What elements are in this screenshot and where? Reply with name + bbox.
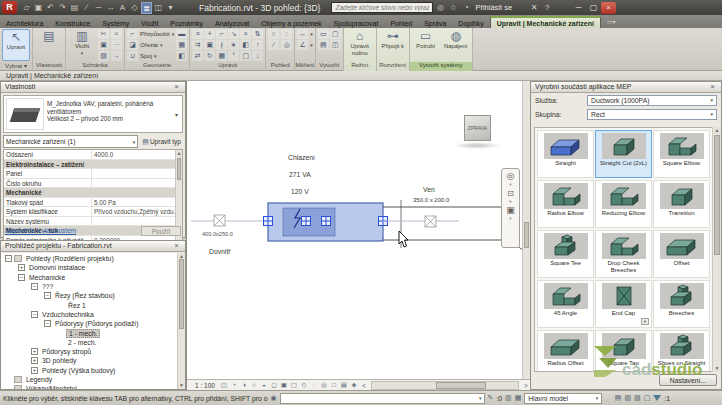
editable-only-icon[interactable]: ▧: [624, 394, 631, 402]
paint-icon[interactable]: ◧: [176, 51, 187, 61]
open-icon[interactable]: ▱: [21, 2, 32, 14]
scroll-left-icon[interactable]: <: [359, 382, 369, 389]
swap-icon[interactable]: ⇅: [252, 29, 263, 39]
tree-item[interactable]: +Půdorysy stropů: [1, 347, 177, 356]
favorites-icon[interactable]: ☆: [447, 3, 459, 12]
reveal-hidden-icon[interactable]: ◌: [309, 381, 319, 389]
detail-level-icon[interactable]: ◫: [219, 381, 229, 389]
close-button[interactable]: ×: [601, 2, 616, 14]
group-combo[interactable]: Rect ▾: [587, 109, 717, 120]
tree-item[interactable]: −Pohledy (Rozdělení projektu): [1, 254, 177, 263]
tab-spr-va[interactable]: Správa: [418, 18, 452, 28]
arrow-icon[interactable]: →: [111, 51, 122, 61]
move-icon[interactable]: +: [204, 29, 215, 39]
property-value[interactable]: [92, 179, 182, 188]
line-icon[interactable]: ─: [93, 2, 104, 14]
main-model-combo[interactable]: Hlavní model ▾: [524, 393, 602, 404]
properties-close-icon[interactable]: ×: [172, 83, 181, 91]
orbit-caret-icon[interactable]: ▾: [509, 217, 511, 221]
tab-architektura[interactable]: Architektura: [0, 18, 49, 28]
design-option-combo[interactable]: ▾: [280, 393, 485, 404]
spoj-button[interactable]: ∪Spoj▾: [127, 51, 174, 61]
group-icon[interactable]: ▢: [330, 29, 341, 39]
part-end-cap[interactable]: End Cap▾: [595, 280, 652, 328]
hide-isolate-icon[interactable]: ◇: [299, 381, 309, 389]
restore-button[interactable]: ▢: [586, 2, 601, 14]
beam-icon[interactable]: ▬: [176, 29, 187, 39]
up-icon[interactable]: ↑: [252, 40, 263, 50]
drawing-area[interactable]: Chlazení 271 VA 120 V Ven 350.0 x 200.0 …: [186, 81, 530, 390]
part-square-elbow[interactable]: Square Elbow: [653, 130, 710, 178]
legend2-icon[interactable]: ▤: [318, 40, 329, 50]
array-icon[interactable]: ▦: [216, 51, 227, 61]
rotate-icon[interactable]: ↻: [204, 51, 215, 61]
tree-item[interactable]: 2 - mech.: [1, 338, 177, 347]
show-crop-icon[interactable]: ▣: [279, 381, 289, 389]
modify-icon[interactable]: ∕: [81, 2, 92, 14]
p-izp-sobit-button[interactable]: ⌐Přizpůsobit▾: [127, 29, 174, 39]
tree-toggle-icon[interactable]: +: [18, 264, 25, 271]
search-icon[interactable]: ◎: [434, 3, 446, 12]
help-icon[interactable]: ?: [541, 3, 553, 12]
tree-toggle-icon[interactable]: +: [31, 367, 38, 374]
tree-toggle-icon[interactable]: −: [5, 255, 12, 262]
element-filter-combo[interactable]: Mechanické zařízení (1) ▾: [3, 135, 138, 148]
tree-item[interactable]: Řez 1: [1, 300, 177, 309]
visual-style-icon[interactable]: ◔: [229, 381, 239, 389]
measure-button[interactable]: ↔▾: [297, 29, 313, 39]
group2-icon[interactable]: ▢: [240, 51, 251, 61]
tab-analyzovat[interactable]: Analyzovat: [209, 18, 255, 28]
navigation-wheel-caret-icon[interactable]: ▾: [509, 183, 511, 187]
edit-type-button[interactable]: ▤ Upravit typ: [140, 135, 183, 148]
property-value[interactable]: 5.00 Pa: [92, 198, 182, 207]
tree-toggle-icon[interactable]: +: [31, 357, 38, 364]
panel-label-vlastnosti[interactable]: Vlastnosti: [33, 62, 65, 71]
offset-copy-icon[interactable]: ⇉: [192, 40, 203, 50]
split-icon[interactable]: ∤: [216, 40, 227, 50]
print-icon[interactable]: ▤: [69, 2, 80, 14]
worksharing-icon[interactable]: ◈: [349, 381, 359, 389]
undo-icon[interactable]: ↶: [45, 2, 56, 14]
ribbon-collapse-icon[interactable]: ▭▾: [607, 18, 616, 25]
part-expander-icon[interactable]: ▾: [641, 318, 649, 325]
displacement-icon[interactable]: □: [329, 381, 339, 389]
sign-in-button[interactable]: Přihlásit se: [473, 3, 514, 12]
scroll-right-icon[interactable]: >: [521, 382, 530, 389]
scissors-icon[interactable]: ✂: [98, 29, 109, 39]
upravit-rodinu-button[interactable]: ⌂Upravit rodinu: [346, 29, 374, 61]
part-straight-cut-2xl-[interactable]: Straight Cut (2xL): [595, 130, 652, 178]
panel-label-geometrie[interactable]: Geometrie: [125, 62, 189, 71]
bulb-icon[interactable]: ○: [268, 29, 279, 39]
type-selector[interactable]: M_Jednotka VAV, paralelní, poháněná vent…: [3, 95, 183, 133]
part-shoes-on-straight[interactable]: Shoes on Straight: [653, 330, 710, 372]
panel-label-re-im[interactable]: Režim: [344, 62, 376, 71]
crop-view-icon[interactable]: ◻: [269, 381, 279, 389]
properties-help-link[interactable]: Nápověda k vlastnostem: [5, 227, 76, 234]
lock-3d-icon[interactable]: ▢: [289, 381, 299, 389]
panel-label-upravit[interactable]: Upravit: [190, 62, 265, 71]
apply-button[interactable]: Použít: [141, 226, 181, 236]
unpin-icon[interactable]: °: [228, 51, 239, 61]
part-reducing-elbow[interactable]: Reducing Elbow: [595, 180, 652, 228]
thin-lines-icon[interactable]: ≣: [141, 2, 152, 14]
part-breeches[interactable]: Breeches: [653, 280, 710, 328]
match-icon[interactable]: ≈: [111, 29, 122, 39]
part-transition[interactable]: Transition: [653, 180, 710, 228]
part-drop-cheek-breeches[interactable]: Drop Cheek Breeches: [595, 230, 652, 278]
part-radius-offset[interactable]: Radius Offset: [537, 330, 594, 372]
dots-icon[interactable]: ⋯: [111, 40, 122, 50]
potrub--button[interactable]: ▭Potrubí: [412, 29, 440, 61]
panel-label-vybrat[interactable]: Vybrat ▾: [0, 62, 32, 71]
part-square-tee[interactable]: Square Tee: [537, 230, 594, 278]
sun-path-icon[interactable]: ◑: [239, 381, 249, 389]
worksharing-display-icon[interactable]: ▨: [634, 394, 641, 402]
property-value[interactable]: 4000.0: [92, 150, 182, 159]
properties-header[interactable]: Vlastnosti ×: [1, 82, 185, 93]
part-radius-elbow[interactable]: Radius Elbow: [537, 180, 594, 228]
panel-label-pohled[interactable]: Pohled: [266, 62, 294, 71]
property-row[interactable]: Číslo okruhu: [4, 179, 182, 189]
search-input[interactable]: [331, 2, 433, 13]
view-properties-icon[interactable]: ◎: [319, 381, 329, 389]
tree-toggle-icon[interactable]: −: [31, 311, 38, 318]
service-combo[interactable]: Ductwork (1000PA) ▾: [587, 95, 717, 106]
